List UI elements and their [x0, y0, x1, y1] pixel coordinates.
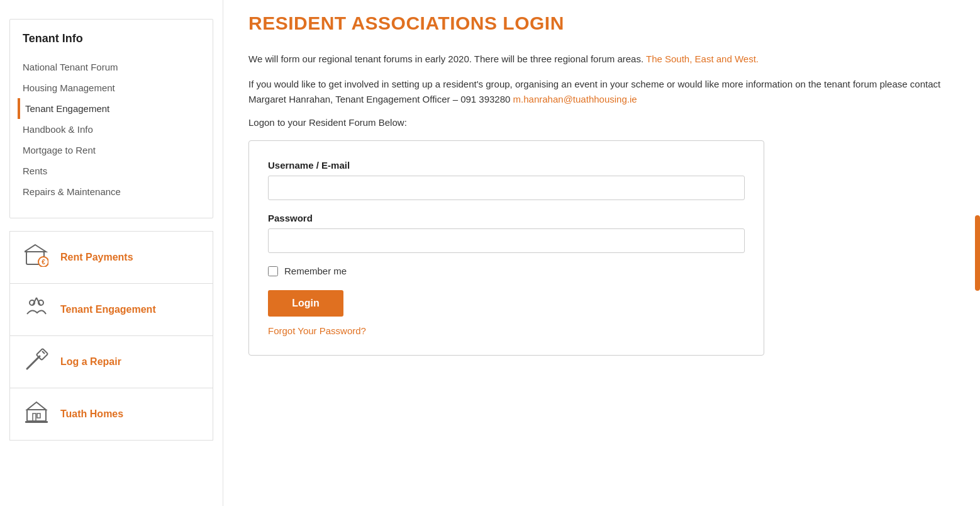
tuath-homes-icon [23, 400, 50, 429]
rent-payments-icon: € [23, 243, 50, 272]
intro-link[interactable]: The South, East and West. [646, 53, 759, 64]
log-a-repair-icon [23, 347, 50, 376]
rent-payments-label: Rent Payments [60, 251, 133, 264]
email-link[interactable]: m.hanrahan@tuathhousing.ie [513, 94, 637, 104]
svg-marker-12 [27, 402, 46, 410]
intro-text-1: We will form our regional tenant forums … [248, 52, 955, 67]
sidebar-nav-list: National Tenant ForumHousing ManagementT… [23, 57, 200, 202]
intro-text-2: If you would like to get involved in set… [248, 77, 955, 107]
svg-rect-14 [37, 413, 40, 418]
sidebar-nav-item-repairs-maintenance[interactable]: Repairs & Maintenance [23, 181, 200, 202]
sidebar-widget-tenant-engagement[interactable]: Tenant Engagement [9, 283, 213, 335]
page-title: RESIDENT ASSOCIATIONS LOGIN [248, 13, 955, 34]
logon-label: Logon to your Resident Forum Below: [248, 117, 955, 128]
tenant-engagement-label: Tenant Engagement [60, 303, 156, 317]
remember-me-checkbox[interactable] [268, 266, 278, 276]
forgot-password-link[interactable]: Forgot Your Password? [268, 325, 745, 336]
password-input[interactable] [268, 228, 745, 253]
svg-line-10 [42, 351, 45, 354]
username-input[interactable] [268, 176, 745, 200]
sidebar-nav-link-mortgage-to-rent[interactable]: Mortgage to Rent [23, 145, 96, 155]
sidebar-nav-link-housing-management[interactable]: Housing Management [23, 82, 115, 93]
password-label: Password [268, 213, 745, 223]
main-content: RESIDENT ASSOCIATIONS LOGIN We will form… [223, 0, 980, 506]
sidebar-nav-link-rents[interactable]: Rents [23, 166, 47, 176]
remember-me-row: Remember me [268, 266, 745, 276]
login-card: Username / E-mail Password Remember me L… [248, 140, 764, 356]
sidebar-nav-item-rents[interactable]: Rents [23, 160, 200, 181]
sidebar-nav-link-repairs-maintenance[interactable]: Repairs & Maintenance [23, 186, 121, 197]
sidebar-nav-item-housing-management[interactable]: Housing Management [23, 77, 200, 98]
svg-text:€: € [42, 259, 45, 266]
svg-marker-1 [25, 245, 46, 252]
scrollbar-accent [975, 215, 980, 291]
svg-rect-16 [25, 421, 48, 423]
sidebar-nav-item-tenant-engagement[interactable]: Tenant Engagement [18, 98, 200, 119]
svg-rect-11 [27, 410, 46, 421]
sidebar-nav-item-handbook-info[interactable]: Handbook & Info [23, 119, 200, 140]
password-group: Password [268, 213, 745, 253]
tuath-homes-label: Tuath Homes [60, 408, 123, 421]
sidebar-nav-item-national-tenant-forum[interactable]: National Tenant Forum [23, 57, 200, 77]
sidebar: Tenant Info National Tenant ForumHousing… [0, 0, 223, 506]
sidebar-nav-item-mortgage-to-rent[interactable]: Mortgage to Rent [23, 140, 200, 160]
sidebar-nav-link-national-tenant-forum[interactable]: National Tenant Forum [23, 62, 118, 72]
log-a-repair-label: Log a Repair [60, 356, 121, 369]
sidebar-widget-tuath-homes[interactable]: Tuath Homes [9, 388, 213, 441]
svg-line-8 [27, 356, 40, 369]
sidebar-nav-link-handbook-info[interactable]: Handbook & Info [23, 124, 93, 135]
username-label: Username / E-mail [268, 160, 745, 171]
svg-rect-13 [33, 413, 36, 421]
tenant-info-section: Tenant Info National Tenant ForumHousing… [9, 19, 213, 218]
username-group: Username / E-mail [268, 160, 745, 200]
sidebar-widgets: €Rent PaymentsTenant EngagementLog a Rep… [0, 231, 223, 441]
sidebar-nav-link-tenant-engagement[interactable]: Tenant Engagement [25, 103, 109, 114]
sidebar-widget-log-a-repair[interactable]: Log a Repair [9, 335, 213, 388]
sidebar-section-title: Tenant Info [23, 32, 200, 45]
tenant-engagement-icon [23, 295, 50, 324]
remember-me-label[interactable]: Remember me [284, 266, 347, 276]
sidebar-widget-rent-payments[interactable]: €Rent Payments [9, 231, 213, 283]
login-button[interactable]: Login [268, 290, 343, 317]
